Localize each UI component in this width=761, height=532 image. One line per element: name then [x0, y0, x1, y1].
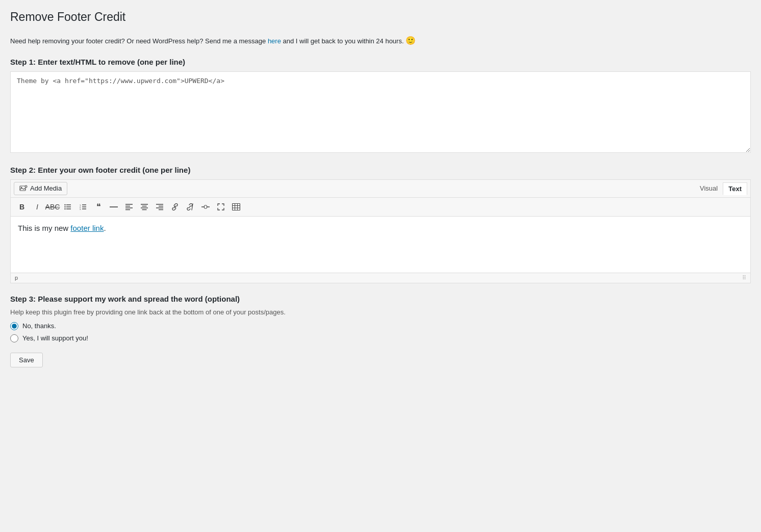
- svg-rect-33: [233, 203, 240, 210]
- editor-paragraph: This is my new footer link.: [18, 224, 743, 232]
- strikethrough-button[interactable]: ABC: [45, 200, 60, 214]
- table-button[interactable]: [229, 200, 243, 214]
- align-center-button[interactable]: [137, 200, 151, 214]
- bold-button[interactable]: B: [15, 200, 29, 214]
- editor-text-after-link: .: [104, 224, 106, 232]
- horizontal-rule-button[interactable]: —: [107, 200, 121, 214]
- editor-toolbar: B I ABC 1.2.3. ❝ —: [11, 198, 750, 217]
- step2-heading: Step 2: Enter your own footer credit (on…: [10, 166, 751, 174]
- svg-point-8: [64, 204, 65, 205]
- add-media-button[interactable]: Add Media: [14, 182, 67, 195]
- step3-description: Help keep this plugin free by providing …: [10, 308, 751, 316]
- step1-heading: Step 1: Enter text/HTML to remove (one p…: [10, 58, 751, 66]
- radio-option-no[interactable]: No, thanks.: [10, 322, 751, 330]
- add-media-icon: [19, 184, 28, 193]
- save-button[interactable]: Save: [10, 353, 43, 367]
- editor-status-bar: p ⠿: [11, 273, 750, 283]
- step2-section: Step 2: Enter your own footer credit (on…: [10, 166, 751, 283]
- view-tabs: Visual Text: [695, 182, 747, 195]
- add-media-label: Add Media: [30, 184, 62, 192]
- support-radio-group: No, thanks. Yes, I will support you!: [10, 322, 751, 342]
- editor-wrapper: Add Media Visual Text B I ABC 1.2.3.: [10, 179, 751, 283]
- radio-yes-label: Yes, I will support you!: [22, 334, 88, 342]
- editor-top-bar: Add Media Visual Text: [11, 180, 750, 198]
- intro-link[interactable]: here: [268, 37, 281, 45]
- svg-rect-0: [20, 186, 26, 191]
- radio-option-yes[interactable]: Yes, I will support you!: [10, 334, 751, 342]
- resize-handle[interactable]: ⠿: [742, 275, 746, 281]
- editor-link[interactable]: footer link: [70, 224, 104, 232]
- radio-no-label: No, thanks.: [22, 322, 56, 330]
- smiley-icon: 🙂: [405, 36, 416, 45]
- intro-paragraph: Need help removing your footer credit? O…: [10, 34, 751, 47]
- intro-before-link: Need help removing your footer credit? O…: [10, 37, 268, 45]
- align-right-button[interactable]: [153, 200, 167, 214]
- editor-text-before-link: This is my new: [18, 224, 70, 232]
- tab-text[interactable]: Text: [723, 182, 747, 195]
- radio-yes-input[interactable]: [10, 334, 18, 342]
- align-left-button[interactable]: [122, 200, 136, 214]
- intro-after-link: and I will get back to you within 24 hou…: [281, 37, 404, 45]
- svg-rect-32: [205, 205, 207, 208]
- fullscreen-button[interactable]: [214, 200, 228, 214]
- svg-text:3.: 3.: [80, 207, 81, 210]
- unlink-button[interactable]: [183, 200, 197, 214]
- ordered-list-button[interactable]: 1.2.3.: [76, 200, 90, 214]
- radio-no-input[interactable]: [10, 322, 18, 330]
- step1-section: Step 1: Enter text/HTML to remove (one p…: [10, 58, 751, 154]
- insert-more-button[interactable]: [198, 200, 213, 214]
- link-button[interactable]: [168, 200, 182, 214]
- editor-tag-indicator: p: [15, 275, 18, 281]
- svg-point-9: [64, 206, 65, 207]
- editor-content[interactable]: This is my new footer link.: [11, 217, 750, 273]
- tab-visual[interactable]: Visual: [695, 182, 723, 195]
- svg-point-10: [64, 208, 65, 209]
- page-title: Remove Footer Credit: [10, 10, 751, 28]
- step3-section: Step 3: Please support my work and sprea…: [10, 295, 751, 367]
- step1-textarea[interactable]: Theme by <a href="https://www.upwerd.com…: [10, 71, 751, 153]
- blockquote-button[interactable]: ❝: [91, 200, 106, 214]
- italic-button[interactable]: I: [30, 200, 44, 214]
- step3-heading: Step 3: Please support my work and sprea…: [10, 295, 751, 303]
- unordered-list-button[interactable]: [61, 200, 75, 214]
